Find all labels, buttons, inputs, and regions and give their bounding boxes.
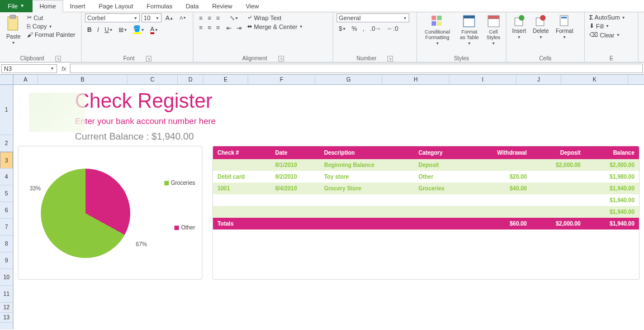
cell-cat[interactable]	[414, 206, 470, 218]
cell-cat[interactable]: Deposit	[414, 159, 470, 171]
row-header-7[interactable]: 7	[0, 219, 13, 236]
row-header-6[interactable]: 6	[0, 202, 13, 219]
dialog-launcher-icon[interactable]: ↘	[387, 56, 393, 61]
fx-icon[interactable]: fx	[58, 65, 70, 72]
pie-chart[interactable]: 33% 67% Groceries Other	[18, 146, 202, 280]
border-button[interactable]: ⊞▼	[116, 24, 130, 35]
name-box[interactable]: N3▼	[1, 64, 57, 73]
increase-decimal-button[interactable]: .0→	[368, 24, 383, 33]
wrap-text-button[interactable]: ⤶Wrap Text	[246, 13, 304, 22]
col-cat[interactable]: Category	[414, 146, 470, 159]
tab-formulas[interactable]: Formulas	[140, 0, 179, 12]
cell-wd[interactable]	[470, 206, 531, 218]
row-header-10[interactable]: 10	[0, 269, 13, 286]
col-header-C[interactable]: C	[127, 75, 178, 84]
subtitle[interactable]: Enter your bank account number here	[75, 116, 644, 126]
col-withdrawal[interactable]: Withdrawal	[470, 146, 531, 159]
font-size-select[interactable]: 10▼	[141, 13, 162, 22]
col-header-J[interactable]: J	[517, 75, 561, 84]
copy-button[interactable]: ⎘Copy▼	[26, 22, 77, 30]
cell-bal[interactable]: $1,980.00	[585, 171, 639, 183]
col-desc[interactable]: Description	[320, 146, 414, 159]
cell-date[interactable]	[271, 206, 319, 218]
shrink-font-button[interactable]: A▼	[177, 13, 188, 22]
cell-bal[interactable]: $1,940.00	[585, 183, 639, 194]
table-row[interactable]: $1,940.00	[213, 194, 639, 206]
font-color-button[interactable]: A▼	[148, 24, 160, 35]
align-top-button[interactable]: ≡	[197, 13, 205, 22]
decrease-indent-button[interactable]: ⇤	[224, 23, 234, 33]
cell-desc[interactable]: Grocery Store	[320, 183, 414, 194]
cell-dep[interactable]: $2,000.00	[531, 159, 585, 171]
cell-cat[interactable]: Other	[414, 171, 470, 183]
cell-desc[interactable]	[320, 206, 414, 218]
tab-view[interactable]: View	[239, 0, 266, 12]
dialog-launcher-icon[interactable]: ↘	[146, 56, 151, 61]
col-header-K[interactable]: K	[561, 75, 628, 84]
delete-cells-button[interactable]: Delete▼	[531, 13, 551, 40]
cell-bal[interactable]: $2,000.00	[585, 159, 639, 171]
cell-wd[interactable]	[470, 194, 531, 206]
cell-bal[interactable]: $1,940.00	[585, 206, 639, 218]
row-header-13[interactable]: 13	[0, 313, 13, 323]
cell-bal[interactable]: $1,940.00	[585, 194, 639, 206]
cell-dep[interactable]	[531, 206, 585, 218]
cell-wd[interactable]	[470, 159, 531, 171]
row-header-4[interactable]: 4	[0, 169, 13, 185]
row-header-11[interactable]: 11	[0, 286, 13, 303]
orientation-button[interactable]: ⤡▼	[224, 13, 244, 23]
cell-dep[interactable]	[531, 171, 585, 183]
dialog-launcher-icon[interactable]: ↘	[278, 56, 284, 61]
format-cells-button[interactable]: Format▼	[553, 13, 576, 40]
col-header-D[interactable]: D	[178, 75, 203, 84]
row-header-1[interactable]: 1	[0, 85, 13, 135]
italic-button[interactable]: I	[95, 24, 101, 35]
cell-date[interactable]: 8/1/2010	[271, 159, 319, 171]
row-header-8[interactable]: 8	[0, 236, 13, 252]
row-header-2[interactable]: 2	[0, 135, 13, 152]
file-tab[interactable]: File▼	[0, 0, 32, 12]
cell-check[interactable]	[213, 159, 271, 171]
col-header-H[interactable]: H	[382, 75, 449, 84]
fill-button[interactable]: ⬇Fill▼	[588, 22, 627, 30]
align-bottom-button[interactable]: ≡	[214, 13, 222, 22]
cut-button[interactable]: ✂Cut	[26, 13, 77, 22]
row-header-12[interactable]: 12	[0, 303, 13, 313]
select-all-corner[interactable]	[0, 75, 13, 85]
format-painter-button[interactable]: 🖌Format Painter	[26, 31, 77, 39]
dialog-launcher-icon[interactable]: ↘	[55, 56, 61, 61]
bold-button[interactable]: B	[85, 24, 94, 35]
font-name-select[interactable]: Corbel▼	[85, 13, 140, 22]
currency-button[interactable]: $▼	[337, 24, 348, 33]
col-header-E[interactable]: E	[203, 75, 248, 84]
cell-date[interactable]: 8/4/2010	[271, 183, 319, 194]
percent-button[interactable]: %	[349, 24, 359, 33]
cell-desc[interactable]: Toy store	[320, 171, 414, 183]
tab-home[interactable]: Home	[32, 0, 63, 12]
align-left-button[interactable]: ≡	[197, 23, 205, 32]
tab-data[interactable]: Data	[179, 0, 205, 12]
table-row[interactable]: Debit card8/2/2010Toy storeOther$20.00$1…	[213, 171, 639, 183]
col-balance[interactable]: Balance	[585, 146, 639, 159]
autosum-button[interactable]: ΣAutoSum▼	[588, 13, 627, 21]
cell-check[interactable]	[213, 206, 271, 218]
cell-cat[interactable]: Groceries	[414, 183, 470, 194]
cell-cat[interactable]	[414, 194, 470, 206]
table-row[interactable]: $1,940.00	[213, 206, 639, 218]
decrease-decimal-button[interactable]: ←.0	[385, 24, 400, 33]
cell-check[interactable]	[213, 194, 271, 206]
col-date[interactable]: Date	[271, 146, 319, 159]
col-header-A[interactable]: A	[13, 75, 38, 84]
align-middle-button[interactable]: ≡	[205, 13, 213, 22]
cell-check[interactable]: Debit card	[213, 171, 271, 183]
row-header-5[interactable]: 5	[0, 185, 13, 202]
col-check[interactable]: Check #	[213, 146, 271, 159]
comma-button[interactable]: ,	[361, 24, 367, 33]
formula-input[interactable]	[70, 64, 643, 73]
conditional-formatting-button[interactable]: Conditional Formatting▼	[420, 13, 454, 46]
cell-date[interactable]	[271, 194, 319, 206]
merge-center-button[interactable]: ⬌Merge & Center▼	[246, 22, 304, 31]
underline-button[interactable]: U▼	[102, 24, 115, 35]
clear-button[interactable]: ⌫Clear▼	[588, 31, 627, 39]
col-header-G[interactable]: G	[315, 75, 382, 84]
